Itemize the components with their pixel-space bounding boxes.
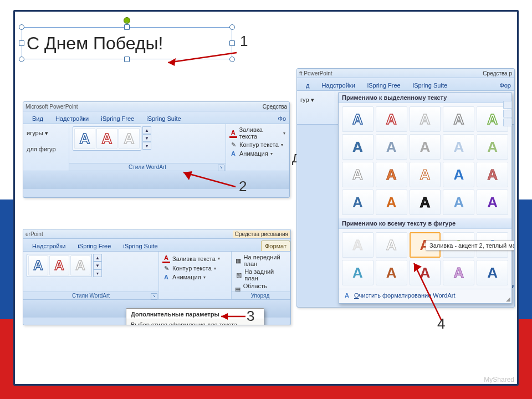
tab-ispring-free[interactable]: iSpring Free	[364, 80, 404, 90]
mini-button[interactable]	[503, 110, 512, 117]
wordart-style[interactable]: A	[477, 162, 508, 187]
tab-view-partial[interactable]: д	[303, 80, 313, 90]
tab-addins[interactable]: Надстройки	[52, 114, 92, 124]
resize-handle-s[interactable]	[124, 57, 130, 62]
gallery-expand-button[interactable]: ▾	[93, 269, 102, 277]
resize-handle-sw[interactable]	[19, 57, 24, 62]
wordart-style[interactable]: A	[443, 190, 474, 215]
gallery-expand-button[interactable]: ▾	[142, 142, 151, 150]
group-label-wordart: Стили WordArt ↘	[23, 291, 158, 299]
step-label-4: 4	[437, 315, 445, 332]
app-title-partial: ft PowerPoint	[299, 70, 332, 76]
pen-icon: ✎	[162, 264, 170, 272]
bring-front-button[interactable]: ▦ На передний план	[235, 254, 287, 267]
resize-grip-icon[interactable]: ◢	[506, 296, 510, 302]
tab-view[interactable]: Вид	[29, 114, 47, 124]
wordart-style[interactable]: A	[342, 260, 374, 285]
wordart-style[interactable]: A	[376, 232, 407, 258]
wordart-grid-selected-text: A A A A A A A A A A A A A A A A A A A A	[339, 103, 511, 218]
tab-addins[interactable]: Надстройки	[318, 80, 358, 90]
tab-format-partial[interactable]: Фор	[496, 80, 514, 90]
gallery-prev-row-button[interactable]: ▲	[142, 126, 151, 134]
wordart-style[interactable]: A	[477, 134, 508, 160]
text-fill-button[interactable]: A Заливка текста▾	[162, 254, 228, 263]
text-effects-button[interactable]: A Анимация▾	[229, 150, 285, 157]
tab-ispring-suite[interactable]: iSpring Suite	[120, 241, 161, 251]
tab-ispring-free[interactable]: iSpring Free	[74, 241, 114, 251]
arrow-3	[214, 309, 251, 325]
gallery-prev-row-button[interactable]: ▲	[93, 254, 102, 262]
wordart-style[interactable]: A	[342, 162, 374, 187]
text-outline-button[interactable]: ✎ Контур текста▾	[229, 141, 285, 149]
dialog-launcher-button[interactable]: ↘	[151, 293, 157, 300]
resize-handle-w[interactable]	[19, 40, 24, 46]
send-back-label: На задний план	[244, 268, 287, 282]
bring-front-icon: ▦	[235, 257, 242, 264]
app-title: Microsoft PowerPoint	[25, 104, 78, 110]
wordart-style[interactable]: A	[410, 134, 441, 160]
resize-handle-n[interactable]	[124, 24, 130, 30]
wordart-style[interactable]: A	[376, 190, 407, 215]
wordart-gallery[interactable]: A A A	[73, 126, 141, 151]
text-fill-button[interactable]: A Заливка текста▾	[229, 126, 285, 140]
shapes-menu-partial[interactable]: гур ▾	[300, 96, 331, 104]
tab-format[interactable]: Формат	[261, 241, 290, 251]
wordart-style-preview[interactable]: A	[74, 128, 95, 149]
wordart-gallery[interactable]: A A A	[27, 254, 92, 277]
mini-button[interactable]	[503, 101, 512, 109]
tab-ispring-suite[interactable]: iSpring Suite	[143, 114, 184, 124]
shapes-menu-partial[interactable]: игуры ▾	[27, 130, 65, 137]
wordart-style-preview[interactable]: A	[28, 255, 48, 275]
tab-ispring-suite[interactable]: iSpring Suite	[410, 80, 451, 90]
group-label-text: Стили WordArt	[129, 164, 166, 170]
bring-front-label: На передний план	[244, 254, 287, 267]
ribbon-tabs: д Надстройки iSpring Free iSpring Suite …	[297, 78, 514, 91]
window-titlebar: erPoint Средства рисования	[23, 229, 290, 239]
wordart-style[interactable]: A	[443, 106, 474, 132]
wordart-style[interactable]: A	[342, 190, 374, 215]
resize-handle-ne[interactable]	[229, 24, 235, 30]
gallery-next-row-button[interactable]: ▼	[142, 134, 151, 142]
shape-styles-partial[interactable]: для фигур	[27, 146, 65, 152]
svg-line-0	[168, 53, 237, 63]
mini-button[interactable]	[503, 119, 512, 126]
ribbon-mini-icons	[503, 101, 512, 126]
wordart-style[interactable]: A	[342, 232, 374, 258]
wordart-style-preview[interactable]: A	[70, 255, 90, 275]
wordart-style-preview[interactable]: A	[49, 255, 69, 275]
gallery-scroll: ▲ ▼ ▾	[142, 126, 151, 151]
wordart-style[interactable]: A	[342, 134, 374, 160]
wordart-style[interactable]: A	[342, 106, 374, 132]
text-fill-icon: A	[162, 254, 170, 263]
tab-addins[interactable]: Надстройки	[29, 241, 69, 251]
tab-format-partial[interactable]: Фо	[275, 114, 289, 124]
wordart-style[interactable]: A	[443, 134, 474, 160]
wordart-style[interactable]: A	[410, 190, 441, 215]
wordart-style[interactable]: A	[410, 162, 441, 187]
context-tab-title: Средства	[263, 104, 289, 110]
wordart-style[interactable]: A	[376, 106, 407, 132]
window-titlebar: Microsoft PowerPoint Средства	[23, 102, 289, 111]
resize-handle-nw[interactable]	[19, 24, 24, 30]
wordart-style-preview[interactable]: A	[96, 128, 117, 149]
wordart-style[interactable]: A	[477, 190, 508, 215]
tab-ispring-free[interactable]: iSpring Free	[98, 114, 137, 124]
ribbon-tabs: Надстройки iSpring Free iSpring Suite Фо…	[23, 239, 290, 252]
text-effects-button[interactable]: A Анимация▾	[162, 273, 228, 281]
gallery-next-row-button[interactable]: ▼	[93, 262, 102, 269]
slide-area-partial	[23, 171, 289, 189]
svg-marker-1	[168, 58, 176, 66]
textbox-text: С Днем Победы!	[27, 33, 163, 54]
resize-handle-e[interactable]	[229, 40, 235, 46]
ribbon-group-shapes-partial: игуры ▾ для фигур	[23, 124, 69, 171]
wordart-style[interactable]: A	[376, 134, 407, 160]
wordart-style[interactable]: A	[443, 162, 474, 187]
text-outline-label: Контур текста	[239, 141, 279, 148]
ribbon-group-wordart: A A A ▲ ▼ ▾ Стили WordArt ↘	[23, 252, 159, 299]
text-outline-button[interactable]: ✎ Контур текста▾	[162, 264, 228, 272]
send-back-button[interactable]: ▧ На задний план	[235, 268, 287, 282]
wordart-style[interactable]: A	[477, 260, 508, 285]
wordart-style[interactable]: A	[410, 106, 441, 132]
wordart-style[interactable]: A	[376, 162, 407, 187]
wordart-style-preview[interactable]: A	[119, 128, 140, 149]
